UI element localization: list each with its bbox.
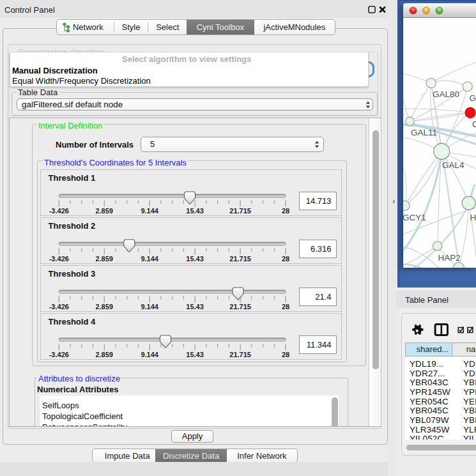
svg-text:9.144: 9.144	[141, 351, 158, 358]
svg-text:15.43: 15.43	[186, 351, 204, 358]
svg-text:28: 28	[281, 255, 289, 263]
svg-text:15.43: 15.43	[186, 255, 204, 263]
svg-text:-3.426: -3.426	[49, 207, 68, 215]
svg-text:9.144: 9.144	[141, 303, 158, 311]
svg-text:GCY1: GCY1	[403, 213, 426, 222]
svg-text:9.144: 9.144	[141, 207, 158, 215]
svg-text:GAL11: GAL11	[411, 128, 437, 137]
svg-text:21.715: 21.715	[229, 303, 251, 311]
svg-text:H: H	[470, 213, 476, 222]
svg-text:21.715: 21.715	[229, 207, 251, 215]
svg-text:28: 28	[281, 351, 289, 358]
svg-text:28: 28	[281, 207, 289, 215]
svg-text:21.715: 21.715	[229, 255, 251, 263]
svg-text:2.859: 2.859	[95, 255, 113, 263]
svg-text:2.859: 2.859	[95, 351, 113, 358]
svg-text:HAP2: HAP2	[438, 253, 461, 263]
svg-text:15.43: 15.43	[186, 303, 204, 311]
svg-text:-3.426: -3.426	[49, 255, 68, 263]
svg-text:2.859: 2.859	[95, 207, 113, 215]
svg-text:2.859: 2.859	[95, 303, 113, 311]
svg-text:-3.426: -3.426	[49, 351, 68, 358]
svg-text:21.715: 21.715	[229, 351, 251, 358]
svg-text:-3.426: -3.426	[49, 303, 68, 311]
svg-text:9.144: 9.144	[141, 255, 158, 263]
svg-text:C: C	[472, 119, 476, 129]
svg-text:15.43: 15.43	[186, 207, 204, 215]
svg-text:GAL4: GAL4	[442, 160, 464, 170]
svg-text:G.: G.	[470, 93, 476, 103]
svg-text:28: 28	[281, 303, 289, 311]
svg-text:GAL80: GAL80	[433, 89, 459, 99]
